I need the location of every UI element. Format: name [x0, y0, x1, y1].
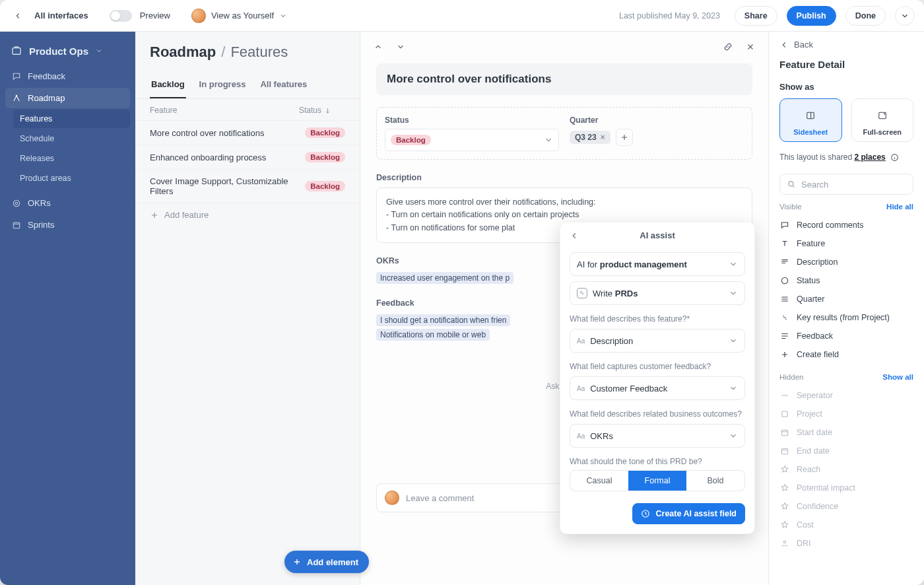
- sidebar-item-product-areas[interactable]: Product areas: [13, 169, 130, 188]
- preview-toggle[interactable]: [110, 10, 132, 22]
- done-button[interactable]: Done: [845, 6, 886, 26]
- info-icon[interactable]: [890, 153, 899, 162]
- breadcrumb-root[interactable]: Roadmap: [150, 44, 216, 61]
- feedback-tag[interactable]: I should get a notification when frien: [376, 314, 510, 326]
- comment-placeholder: Leave a comment: [406, 493, 474, 503]
- svg-rect-6: [807, 112, 814, 118]
- create-field-button[interactable]: Create field: [779, 345, 913, 364]
- tab-in-progress[interactable]: In progress: [198, 73, 248, 98]
- field-reach[interactable]: Reach: [779, 460, 913, 479]
- field-separator[interactable]: Seperator: [779, 386, 913, 405]
- view-as-dropdown[interactable]: View as Yourself: [191, 9, 287, 23]
- sidebar-item-label: Sprints: [28, 220, 54, 230]
- field-project[interactable]: Project: [779, 405, 913, 423]
- svg-rect-4: [13, 222, 19, 228]
- all-interfaces-link[interactable]: All interfaces: [34, 11, 88, 20]
- ai-category-select[interactable]: AI for product management: [570, 252, 745, 276]
- description-label: Description: [376, 173, 752, 182]
- quarter-chip[interactable]: Q3 23 ×: [570, 131, 610, 144]
- svg-rect-0: [13, 48, 20, 55]
- sidebar-item-roadmap[interactable]: Roadmap: [5, 88, 130, 108]
- status-select[interactable]: Backlog: [385, 129, 559, 151]
- sidebar-item-features[interactable]: Features: [13, 110, 130, 128]
- publish-button[interactable]: Publish: [787, 6, 836, 26]
- field-feature[interactable]: Feature: [779, 234, 913, 253]
- field-feedback[interactable]: Feedback: [779, 327, 913, 345]
- fullscreen-icon: [856, 106, 909, 125]
- rail-back-button[interactable]: Back: [779, 40, 913, 50]
- field-potential-impact[interactable]: Potential impact: [779, 479, 913, 497]
- tone-option-casual[interactable]: Casual: [570, 471, 628, 491]
- field-quarter[interactable]: Quarter: [779, 290, 913, 308]
- link-icon[interactable]: [719, 38, 737, 55]
- field-status[interactable]: Status: [779, 271, 913, 290]
- record-title-input[interactable]: More control over notifications: [376, 63, 752, 95]
- ai-feedback-field-select[interactable]: Aa Customer Feedback: [570, 376, 745, 400]
- star-icon: [779, 501, 790, 512]
- star-icon: [779, 483, 790, 493]
- table-row[interactable]: More control over notifications Backlog: [135, 120, 360, 145]
- layout-option-fullscreen[interactable]: Full-screen: [851, 98, 914, 142]
- tone-option-formal[interactable]: Formal: [628, 471, 686, 491]
- shared-places-link[interactable]: 2 places: [854, 153, 885, 162]
- ai-outcomes-field-select[interactable]: Aa OKRs: [570, 424, 745, 448]
- tone-segmented-control: Casual Formal Bold: [570, 470, 745, 491]
- chevron-down-icon[interactable]: [392, 38, 409, 55]
- share-button[interactable]: Share: [735, 6, 777, 26]
- field-confidence[interactable]: Confidence: [779, 497, 913, 516]
- ai-action-select[interactable]: ✎ Write PRDs: [570, 281, 745, 305]
- status-badge: Backlog: [305, 181, 345, 191]
- sidebar-item-sprints[interactable]: Sprints: [5, 215, 130, 235]
- sidebar-item-releases[interactable]: Releases: [13, 149, 130, 168]
- tab-backlog[interactable]: Backlog: [150, 73, 186, 98]
- ai-feature-field-select[interactable]: Aa Description: [570, 329, 745, 353]
- layout-option-sidesheet[interactable]: Sidesheet: [779, 98, 842, 142]
- remove-quarter-icon[interactable]: ×: [601, 133, 605, 142]
- field-description[interactable]: Description: [779, 253, 913, 271]
- status-icon: [779, 275, 790, 286]
- column-header-feature[interactable]: Feature: [150, 106, 299, 115]
- field-end-date[interactable]: End date: [779, 442, 913, 460]
- sidebar-item-okrs[interactable]: OKRs: [5, 193, 130, 213]
- shared-layout-note: This layout is shared 2 places: [779, 153, 913, 162]
- project-icon: [779, 409, 790, 419]
- breadcrumb-current: Features: [230, 44, 288, 61]
- feedback-icon: [779, 331, 790, 341]
- ai-question-feature: What field describes this feature?*: [570, 314, 745, 324]
- add-element-button[interactable]: Add element: [284, 551, 369, 573]
- table-row[interactable]: Cover Image Support, Customizable Filter…: [135, 169, 360, 203]
- column-header-status[interactable]: Status: [299, 106, 345, 115]
- link-icon: [779, 312, 790, 323]
- tone-option-bold[interactable]: Bold: [686, 471, 744, 491]
- field-search-input[interactable]: Search: [779, 174, 913, 195]
- ai-back-icon[interactable]: [570, 231, 579, 240]
- sidebar-item-feedback[interactable]: Feedback: [5, 66, 130, 86]
- field-dri[interactable]: DRI: [779, 534, 913, 553]
- status-value: Backlog: [391, 135, 431, 145]
- close-icon[interactable]: [742, 38, 759, 55]
- add-feature-button[interactable]: Add feature: [135, 203, 360, 226]
- tab-all-features[interactable]: All features: [259, 73, 308, 98]
- okr-tag[interactable]: Increased user engagement on the p: [376, 272, 513, 284]
- field-record-comments[interactable]: Record comments: [779, 216, 913, 234]
- table-row[interactable]: Enhanced onboarding process Backlog: [135, 145, 360, 169]
- show-all-link[interactable]: Show all: [882, 373, 913, 381]
- paragraph-icon: [779, 257, 790, 267]
- field-start-date[interactable]: Start date: [779, 423, 913, 442]
- more-menu-button[interactable]: [895, 6, 915, 26]
- field-key-results[interactable]: Key results (from Project): [779, 308, 913, 327]
- hidden-group-label: Hidden: [779, 373, 803, 381]
- svg-rect-13: [781, 449, 787, 454]
- back-icon[interactable]: [9, 7, 26, 24]
- add-quarter-button[interactable]: [616, 129, 633, 146]
- star-icon: [779, 520, 790, 530]
- hide-all-link[interactable]: Hide all: [886, 203, 913, 211]
- feedback-tag[interactable]: Notifications on mobile or web: [376, 329, 490, 341]
- sidebar-item-schedule[interactable]: Schedule: [13, 129, 130, 148]
- search-placeholder: Search: [801, 180, 828, 189]
- sidesheet-icon: [784, 106, 838, 125]
- field-cost[interactable]: Cost: [779, 516, 913, 534]
- workspace-switcher[interactable]: Product Ops: [5, 38, 130, 66]
- create-ai-field-button[interactable]: Create AI assist field: [632, 503, 745, 524]
- chevron-up-icon[interactable]: [370, 38, 387, 55]
